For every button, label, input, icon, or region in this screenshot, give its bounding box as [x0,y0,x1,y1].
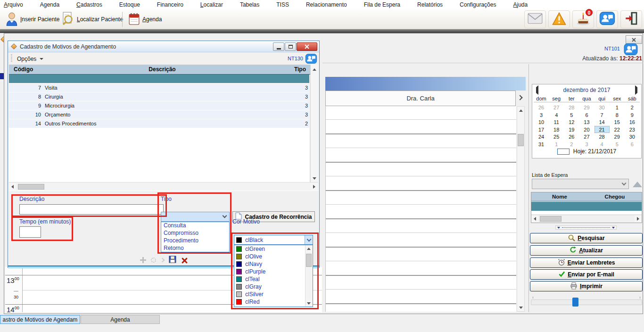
calendar-day[interactable]: 29 [610,133,625,141]
calendar-day-selected[interactable]: 21 [594,126,610,133]
calendar-day[interactable]: 3 [534,111,549,119]
column-tipo[interactable]: Tipo [280,66,306,73]
calendar-day[interactable]: 25 [549,133,564,141]
tempo-input[interactable] [19,226,41,238]
cor-list-scrollbar[interactable] [305,245,313,307]
menu-item-estoque[interactable]: Estoque [111,1,149,8]
calendar-day[interactable]: 11 [549,118,564,126]
calendar-day[interactable]: 27 [549,104,564,111]
tab-agenda[interactable]: Agenda [81,315,160,324]
save-icon[interactable] [169,256,176,265]
calendar-day[interactable]: 2 [625,104,640,111]
table-row[interactable]: 9Microcirurgia3 [9,101,309,110]
calendar-day[interactable]: 15 [610,118,625,126]
doctor-column-header[interactable]: Dra. Carla [325,91,516,106]
send-reminders-button[interactable]: Enviar Lembretes [530,257,643,268]
waitlist-selected-row[interactable] [531,202,642,211]
calendar-day[interactable]: 5 [610,141,625,148]
waitlist-horizontal-scrollbar[interactable] [531,215,642,223]
calendar-day[interactable]: 12 [564,118,579,126]
table-row-selected[interactable] [9,75,309,83]
menu-item-fila-de-espera[interactable]: Fila de Espera [355,1,409,8]
color-option-clgray[interactable]: clGray [234,283,305,290]
calendar-day[interactable]: 4 [549,111,564,119]
maximize-button[interactable] [285,42,296,51]
menu-item-arquivo[interactable]: Arquivo [4,1,32,8]
tab-cadastro-motivos[interactable]: astro de Motivos de Agendam [0,315,80,324]
add-icon[interactable] [140,257,146,263]
calendar-day[interactable]: 18 [549,126,564,133]
calendar-day[interactable]: 3 [579,141,594,148]
refresh-icon[interactable] [151,257,156,263]
calendar-day[interactable]: 30 [625,133,640,141]
calendar-day[interactable]: 29 [579,104,594,111]
menu-item-cadastros[interactable]: Cadastros [68,1,111,8]
waitlist-dropdown[interactable] [532,179,629,189]
scroll-up-icon[interactable] [305,245,312,252]
descricao-input[interactable] [19,204,164,215]
calendar-day[interactable]: 16 [625,118,640,126]
calendar-day[interactable]: 31 [534,141,549,148]
calendar-day[interactable]: 6 [579,111,594,119]
calendar-day[interactable]: 27 [579,133,594,141]
scrollbar-thumb[interactable] [18,184,44,190]
chat-icon[interactable] [305,54,317,66]
table-vertical-scrollbar[interactable] [310,65,318,182]
color-option-clsilver[interactable]: clSilver [234,290,305,298]
print-button[interactable]: Imprimir [530,281,643,291]
waitlist-col-nome[interactable]: Nome [531,192,588,201]
agenda-close-button[interactable] [626,35,642,44]
calendar-day[interactable]: 9 [625,111,640,119]
column-descricao[interactable]: Descrição [103,66,221,73]
calendar-day[interactable]: 4 [594,141,610,148]
color-option-clolive[interactable]: clOlive [234,253,305,260]
agenda-grid[interactable] [325,106,516,312]
calendar-day[interactable]: 22 [610,126,625,133]
calendar-day[interactable]: 17 [534,126,549,133]
calendar-day[interactable]: 30 [594,104,610,111]
scrollbar-thumb[interactable] [518,134,524,146]
menu-item-ajuda[interactable]: Ajuda [504,1,536,8]
color-option-clred[interactable]: clRed [234,298,305,306]
chat-button[interactable] [596,10,618,28]
scroll-down-icon[interactable] [305,300,312,307]
agenda-button[interactable]: Agenda [126,11,164,28]
calendar-day[interactable]: 28 [594,133,610,141]
menu-item-tabelas[interactable]: Tabelas [231,1,268,8]
menu-item-tiss[interactable]: TISS [268,1,297,8]
close-button[interactable] [297,42,317,51]
refresh-button[interactable]: Atualizar [530,245,643,256]
minimize-button[interactable] [273,42,284,51]
calendar-day[interactable]: 7 [594,111,610,119]
dialog-title-bar[interactable]: Cadastro de Motivos de Agendamento [8,41,319,52]
tipo-option-consulta[interactable]: Consulta [161,222,229,230]
calendar-day[interactable]: 26 [564,133,579,141]
calendar-day[interactable]: 19 [564,126,579,133]
birthdays-button[interactable]: 0 [572,10,594,28]
calendar-day[interactable]: 14 [594,118,610,126]
scroll-down-icon[interactable] [311,174,318,182]
calendar-day[interactable]: 24 [534,133,549,141]
scrollbar-thumb[interactable] [306,254,312,267]
scroll-down-icon[interactable] [517,304,524,311]
calendar-day[interactable]: 28 [564,104,579,111]
calendar-day[interactable]: 1 [610,104,625,111]
alerts-button[interactable] [548,10,570,28]
search-button[interactable]: Pesquisar [530,233,643,243]
slider-track[interactable] [531,299,642,305]
delete-icon[interactable] [181,257,188,264]
next-icon[interactable] [160,258,165,263]
collapse-up-icon[interactable] [633,182,642,187]
calendar-day[interactable]: 23 [625,126,640,133]
menu-item-financeiro[interactable]: Financeiro [149,1,192,8]
tipo-option-procedimento[interactable]: Procedimento [161,237,229,245]
calendar-day[interactable]: 2 [564,141,579,148]
color-option-clteal[interactable]: clTeal [234,275,305,283]
today-checkbox[interactable] [557,149,570,155]
chevron-down-button[interactable] [305,235,313,244]
table-row[interactable]: 7Visita3 [9,83,309,92]
tipo-combobox[interactable] [161,212,230,222]
slider-thumb[interactable] [572,298,578,307]
calendar-day[interactable]: 10 [534,118,549,126]
calendar-day[interactable]: 1 [549,141,564,148]
